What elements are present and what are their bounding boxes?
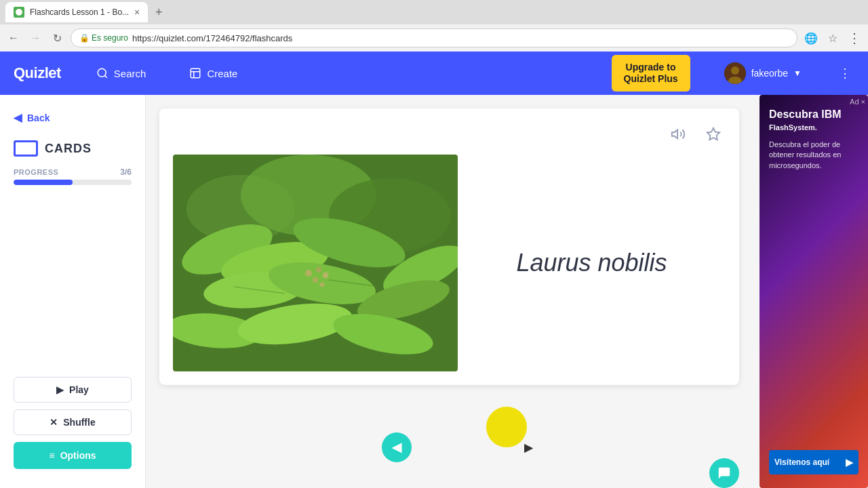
reload-button[interactable]: ↻ <box>49 30 65 46</box>
avatar <box>724 62 746 84</box>
svg-point-29 <box>320 283 325 287</box>
forward-nav-button[interactable]: → <box>27 30 43 46</box>
svg-point-28 <box>313 277 318 283</box>
translate-button[interactable]: 🌐 <box>803 30 819 46</box>
back-button[interactable]: ◀ Back <box>0 106 145 129</box>
app-body: ◀ Back CARDS PROGRESS 3/6 ▶ Pl <box>0 95 868 488</box>
browser-tab-bar: Flashcards Lesson 1 - Bo... × + <box>0 0 868 24</box>
address-bar[interactable]: 🔒 Es seguro https://quizlet.com/17246479… <box>71 28 797 47</box>
search-label: Search <box>114 68 146 79</box>
tab-favicon <box>14 7 24 18</box>
search-button[interactable]: Search <box>88 62 155 85</box>
cursor-indicator: ▶ <box>507 427 547 468</box>
star-button[interactable] <box>701 122 726 146</box>
ad-headline-bold: FlashSystem. <box>769 123 859 131</box>
cards-section: CARDS PROGRESS 3/6 <box>0 140 145 188</box>
progress-text-label: PROGRESS <box>14 168 58 176</box>
cards-icon <box>14 140 38 157</box>
svg-point-7 <box>731 66 739 75</box>
app-header: Quizlet Search Create Upgrade to Quizlet… <box>0 52 868 95</box>
advertisement-panel: Ad × Descubra IBM FlashSystem. Descubra … <box>760 95 868 488</box>
new-tab-button[interactable]: + <box>151 4 167 20</box>
bottom-navigation: ◀ ▶ <box>292 427 637 468</box>
secure-badge: 🔒 Es seguro <box>79 33 128 43</box>
yellow-cursor <box>486 407 527 447</box>
svg-rect-3 <box>191 68 201 78</box>
tab-title: Flashcards Lesson 1 - Bo... <box>30 7 129 17</box>
main-content: Laurus nobilis ◀ ▶ <box>146 95 753 488</box>
create-icon <box>189 67 201 79</box>
bookmark-button[interactable]: ☆ <box>825 30 841 46</box>
ad-cta-arrow-icon: ▶ <box>846 457 853 468</box>
chat-button[interactable] <box>709 458 739 488</box>
svg-point-26 <box>316 267 321 272</box>
shuffle-button[interactable]: ✕ Shuffle <box>14 409 132 435</box>
progress-container: PROGRESS 3/6 <box>14 167 132 185</box>
progress-count: 3/6 <box>120 167 132 177</box>
chat-icon <box>717 466 732 481</box>
url-text: https://quizlet.com/172464792/flashcards <box>132 33 789 43</box>
create-label: Create <box>207 68 237 79</box>
username-label: fakeorbe <box>751 68 788 79</box>
svg-point-25 <box>305 270 312 277</box>
ad-close-button[interactable]: Ad × <box>850 98 865 106</box>
options-icon: ≡ <box>49 450 54 461</box>
options-button[interactable]: ≡ Options <box>14 442 132 469</box>
user-menu[interactable]: fakeorbe ▼ <box>717 58 808 88</box>
user-menu-chevron-icon: ▼ <box>793 68 802 78</box>
flashcard-image <box>173 155 458 371</box>
star-icon <box>706 127 721 142</box>
shuffle-icon: ✕ <box>50 417 58 428</box>
quizlet-logo: Quizlet <box>14 64 61 82</box>
play-icon: ▶ <box>56 384 64 395</box>
create-button[interactable]: Create <box>181 62 245 85</box>
ad-body-text: Descubra el poder de obtener resultados … <box>769 140 859 171</box>
audio-button[interactable] <box>666 122 690 146</box>
svg-marker-10 <box>707 128 719 140</box>
ad-content: Ad × Descubra IBM FlashSystem. Descubra … <box>760 95 868 488</box>
options-label: Options <box>60 450 96 461</box>
upgrade-button[interactable]: Upgrade to Quizlet Plus <box>612 55 690 92</box>
sidebar: ◀ Back CARDS PROGRESS 3/6 ▶ Pl <box>0 95 146 488</box>
svg-point-1 <box>98 68 106 77</box>
flashcard-wrapper: Laurus nobilis <box>159 108 739 385</box>
prev-card-button[interactable]: ◀ <box>382 432 412 462</box>
progress-bar-fill <box>14 180 73 185</box>
tab-close-button[interactable]: × <box>134 7 140 18</box>
search-icon <box>96 67 108 79</box>
flashcard-body: Laurus nobilis <box>173 155 726 371</box>
progress-label-row: PROGRESS 3/6 <box>14 167 132 177</box>
play-label: Play <box>69 384 89 395</box>
progress-bar-track <box>14 180 132 185</box>
audio-icon <box>671 127 686 142</box>
browser-tab[interactable]: Flashcards Lesson 1 - Bo... × <box>5 2 148 22</box>
cards-header: CARDS <box>14 140 132 157</box>
ad-headline: Descubra IBM <box>769 108 859 121</box>
flashcard-text-area: Laurus nobilis <box>458 155 726 371</box>
sidebar-buttons: ▶ Play ✕ Shuffle ≡ Options <box>0 377 145 477</box>
flashcard-term: Laurus nobilis <box>516 249 667 277</box>
svg-point-0 <box>16 9 22 16</box>
browser-address-bar: ← → ↻ 🔒 Es seguro https://quizlet.com/17… <box>0 24 868 52</box>
browser-menu-button[interactable]: ⋮ <box>846 30 863 46</box>
ad-cta-button[interactable]: Visítenos aquí ▶ <box>769 450 859 474</box>
play-button[interactable]: ▶ Play <box>14 377 132 403</box>
ad-cta-label: Visítenos aquí <box>774 458 829 467</box>
back-nav-button[interactable]: ← <box>5 30 22 46</box>
svg-line-2 <box>104 75 106 77</box>
header-more-icon[interactable]: ⋮ <box>835 64 854 83</box>
back-label: Back <box>27 113 50 123</box>
svg-marker-9 <box>672 130 677 139</box>
svg-point-27 <box>323 272 329 279</box>
cards-label: CARDS <box>45 142 92 156</box>
back-arrow-icon: ◀ <box>14 111 22 124</box>
flashcard-actions <box>173 122 726 146</box>
shuffle-label: Shuffle <box>63 417 95 428</box>
